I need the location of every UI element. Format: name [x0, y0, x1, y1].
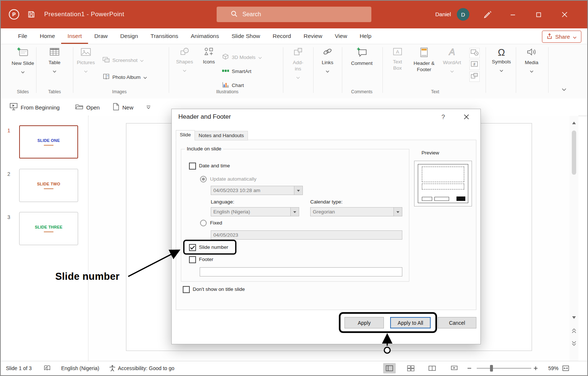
- photo-album-button[interactable]: Photo Album: [102, 72, 147, 82]
- normal-view-button[interactable]: [383, 363, 396, 373]
- tab-notes-and-handouts[interactable]: Notes and Handouts: [195, 131, 248, 140]
- calendar-type-dropdown: Gregorian: [310, 207, 402, 216]
- chevron-down-icon: [326, 67, 329, 74]
- tab-design[interactable]: Design: [114, 28, 144, 44]
- date-and-time-checkbox[interactable]: [189, 163, 196, 170]
- tab-animations[interactable]: Animations: [185, 28, 225, 44]
- preview-content-placeholder: [422, 167, 464, 182]
- chevron-down-icon: [450, 67, 454, 74]
- slide-number-checkbox[interactable]: [189, 244, 196, 251]
- language-indicator[interactable]: English (Nigeria): [61, 361, 99, 375]
- header-footer-button[interactable]: Header & Footer: [411, 47, 437, 73]
- apply-button[interactable]: Apply: [344, 317, 384, 328]
- slide-3-subtitle-line: [44, 231, 53, 232]
- slide-number-icon: #: [470, 61, 479, 69]
- media-button[interactable]: Media: [519, 47, 544, 74]
- apply-to-all-button[interactable]: Apply to All: [390, 317, 431, 328]
- new-slide-button[interactable]: New Slide: [10, 47, 35, 75]
- group-divider: [169, 47, 169, 93]
- dialog-close-button[interactable]: [458, 111, 475, 123]
- vertical-scrollbar[interactable]: [570, 116, 578, 363]
- object-button[interactable]: [469, 72, 480, 82]
- tab-view[interactable]: View: [329, 28, 353, 44]
- previous-slide-button[interactable]: [570, 326, 578, 335]
- chevron-down-icon: [562, 86, 566, 93]
- tab-slide[interactable]: Slide: [176, 130, 195, 140]
- scroll-up-button[interactable]: [570, 118, 578, 128]
- links-button[interactable]: Links: [317, 47, 338, 74]
- language-value: English (Nigeria): [211, 208, 290, 216]
- new-slide-icon: [17, 47, 29, 59]
- tab-record[interactable]: Record: [266, 28, 297, 44]
- tab-transitions[interactable]: Transitions: [144, 28, 185, 44]
- ribbon: New Slide Slides Table Tables Pictures S…: [1, 44, 587, 99]
- footer-input[interactable]: [200, 267, 402, 276]
- help-button[interactable]: ?: [438, 112, 449, 122]
- tab-review[interactable]: Review: [297, 28, 329, 44]
- reading-view-button[interactable]: [426, 363, 438, 373]
- powerpoint-logo-icon[interactable]: P: [7, 8, 21, 22]
- comment-button[interactable]: Comment: [346, 47, 377, 67]
- comment-icon: [356, 47, 367, 59]
- 3d-models-icon: [222, 53, 229, 61]
- tab-insert[interactable]: Insert: [61, 28, 88, 44]
- slide-2-thumbnail[interactable]: SLIDE TWO: [19, 169, 78, 202]
- chart-button[interactable]: Chart: [222, 80, 244, 90]
- avatar[interactable]: D: [457, 8, 469, 21]
- slideshow-button[interactable]: [448, 363, 461, 373]
- accessibility-status[interactable]: Accessibility: Good to go: [118, 361, 174, 375]
- icons-icon: [204, 47, 214, 58]
- zoom-in-button[interactable]: [533, 361, 538, 375]
- zoom-level[interactable]: 59%: [542, 361, 559, 375]
- table-button[interactable]: Table: [43, 47, 66, 74]
- tab-draw[interactable]: Draw: [88, 28, 114, 44]
- fit-to-window-button[interactable]: [562, 361, 569, 375]
- tab-help[interactable]: Help: [353, 28, 378, 44]
- date-time-button[interactable]: [469, 48, 480, 58]
- proofing-icon[interactable]: [43, 361, 51, 375]
- next-slide-button[interactable]: [570, 338, 578, 348]
- open-button[interactable]: Open: [75, 103, 100, 112]
- footer-checkbox[interactable]: [189, 256, 196, 263]
- chevron-down-icon: [573, 34, 577, 40]
- symbols-button[interactable]: Ω Symbols: [489, 47, 514, 73]
- icons-button[interactable]: Icons: [199, 47, 219, 65]
- accessibility-icon[interactable]: [109, 361, 116, 375]
- save-icon[interactable]: [27, 10, 35, 20]
- scroll-down-button[interactable]: [570, 313, 578, 322]
- scrollbar-thumb[interactable]: [572, 130, 576, 175]
- chevron-down-icon: [143, 74, 147, 80]
- zoom-slider-thumb[interactable]: [490, 365, 493, 372]
- minimize-button[interactable]: [504, 1, 521, 28]
- tab-slide-show[interactable]: Slide Show: [225, 28, 266, 44]
- tab-home[interactable]: Home: [34, 28, 61, 44]
- slide-number-insert-button[interactable]: #: [469, 60, 480, 70]
- new-button[interactable]: New: [113, 103, 133, 112]
- date-time-icon: [470, 49, 479, 58]
- search-box[interactable]: Search: [217, 7, 371, 22]
- cancel-button[interactable]: Cancel: [438, 317, 476, 328]
- tab-file[interactable]: File: [12, 28, 34, 44]
- slide-sorter-button[interactable]: [405, 363, 417, 373]
- slide-1-thumbnail[interactable]: SLIDE ONE: [19, 125, 78, 159]
- zoom-out-button[interactable]: [467, 361, 472, 375]
- slide-indicator: Slide 1 of 3: [6, 361, 32, 375]
- dont-show-on-title-slide-checkbox[interactable]: [183, 286, 190, 293]
- add-ins-button: Add-ins: [287, 47, 309, 80]
- customize-toolbar-button[interactable]: [146, 103, 151, 112]
- icons-label: Icons: [203, 59, 215, 65]
- slide-3-number: 3: [7, 214, 10, 220]
- share-button[interactable]: Share: [542, 31, 581, 43]
- update-automatically-radio: [200, 176, 207, 182]
- zoom-slider[interactable]: [477, 368, 531, 369]
- smartart-button[interactable]: SmartArt: [222, 66, 251, 76]
- slide-thumbnail-panel: 1 SLIDE ONE 2 SLIDE TWO 3 SLIDE THREE: [1, 116, 88, 363]
- slide-1-title: SLIDE ONE: [37, 138, 60, 143]
- from-beginning-button[interactable]: From Beginning: [10, 103, 60, 112]
- close-button[interactable]: [556, 1, 573, 28]
- maximize-button[interactable]: [530, 1, 547, 28]
- ink-pen-icon[interactable]: [483, 10, 492, 21]
- smartart-label: SmartArt: [232, 69, 251, 74]
- slide-3-thumbnail[interactable]: SLIDE THREE: [19, 212, 78, 245]
- collapse-ribbon-button[interactable]: [559, 86, 569, 93]
